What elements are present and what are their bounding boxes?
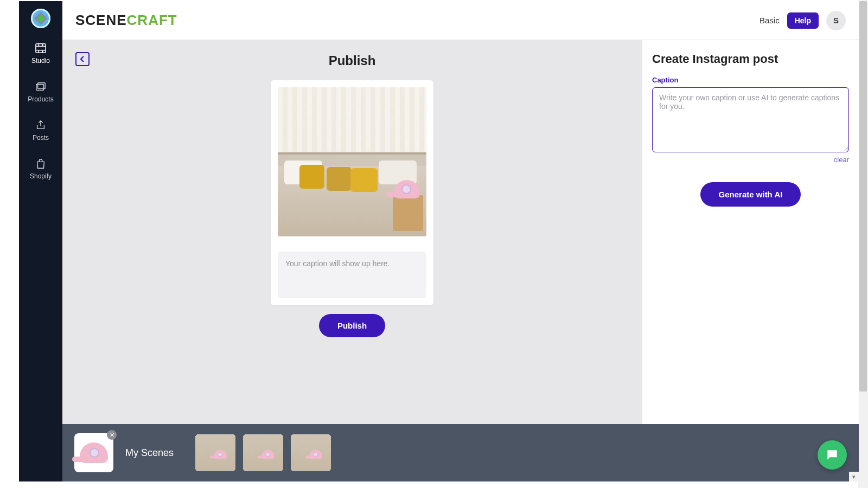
stack-icon <box>35 81 47 93</box>
close-icon: ✕ <box>110 432 114 439</box>
scene-thumb[interactable] <box>291 434 331 471</box>
post-preview-image <box>278 87 426 236</box>
user-avatar[interactable]: S <box>826 11 846 30</box>
outer-scrollbar-thumb[interactable] <box>859 1 867 391</box>
publish-panel: Publish <box>62 40 642 481</box>
nav-label: Shopify <box>30 172 52 180</box>
share-icon <box>35 119 47 131</box>
scene-thumb[interactable] <box>243 434 283 471</box>
tray-product-thumb[interactable]: ✕ <box>74 433 113 472</box>
topbar: SCENECRAFT Basic Help S <box>62 1 859 40</box>
caption-input[interactable] <box>652 87 849 152</box>
back-button[interactable] <box>75 52 90 66</box>
nav-item-shopify[interactable]: Shopify <box>19 156 62 182</box>
bag-icon <box>35 158 47 170</box>
post-preview-card: Your caption will show up here. <box>271 80 433 305</box>
tray-label: My Scenes <box>125 447 174 459</box>
film-icon <box>35 42 47 54</box>
nav-label: Studio <box>31 57 50 65</box>
page-title: Publish <box>329 53 376 68</box>
nav-label: Posts <box>33 134 49 142</box>
nav-item-posts[interactable]: Posts <box>19 117 62 144</box>
brand-badge-icon <box>31 9 50 28</box>
scene-thumb[interactable] <box>195 434 235 471</box>
chat-fab[interactable] <box>818 440 847 470</box>
panel-title: Create Instagram post <box>652 52 849 66</box>
chat-icon <box>825 448 839 462</box>
logo-part1: SCENE <box>75 12 127 28</box>
outer-scrollbar[interactable] <box>858 0 868 488</box>
publish-button[interactable]: Publish <box>319 314 385 337</box>
nav-item-studio[interactable]: Studio <box>19 40 62 67</box>
plan-label[interactable]: Basic <box>760 16 780 25</box>
clear-button[interactable]: clear <box>834 156 849 164</box>
tray-product-remove[interactable]: ✕ <box>107 430 117 440</box>
svg-rect-0 <box>36 44 46 53</box>
caption-preview: Your caption will show up here. <box>278 252 426 298</box>
caption-field-label: Caption <box>652 76 849 84</box>
tray-thumbs <box>195 434 331 471</box>
logo-part2: CRAFT <box>127 12 177 28</box>
nav-label: Products <box>28 95 53 103</box>
app-logo: SCENECRAFT <box>75 12 177 29</box>
sidebar: Studio Products Posts <box>19 1 62 481</box>
inner-scroll-down[interactable]: ▾ <box>849 472 859 481</box>
scene-tray: ✕ My Scenes <box>62 424 859 481</box>
create-post-panel: Create Instagram post Caption clear Gene… <box>642 40 859 481</box>
nav-item-products[interactable]: Products <box>19 79 62 105</box>
chevron-left-icon <box>79 55 86 63</box>
help-button[interactable]: Help <box>787 12 819 29</box>
generate-ai-button[interactable]: Generate with AI <box>700 182 801 207</box>
